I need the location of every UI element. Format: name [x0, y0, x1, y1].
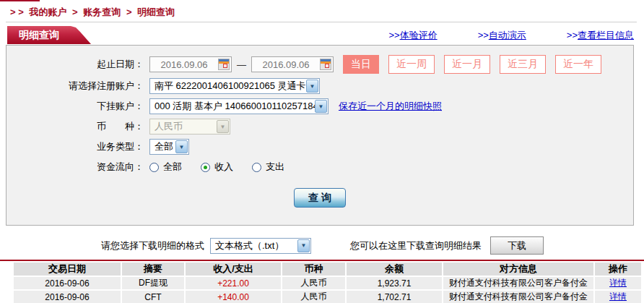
- download-hint: 您可以在这里下载查询明细结果: [350, 239, 482, 252]
- col-header-amount: 收入/支出: [186, 263, 281, 276]
- register-account-select[interactable]: 南平 6222001406100921065 灵通卡 ▼: [149, 78, 320, 94]
- cell-balance: 1,923.71: [347, 277, 442, 289]
- business-type-select[interactable]: 全部 ▼: [149, 139, 189, 155]
- radio-label: 支出: [266, 161, 284, 174]
- fund-flow-label: 资金流向：: [6, 161, 144, 174]
- radio-label: 全部: [163, 161, 182, 174]
- fund-flow-radio-all[interactable]: 全部: [149, 161, 182, 174]
- download-button[interactable]: 下载: [490, 236, 544, 255]
- fund-flow-radio-income[interactable]: 收入: [201, 161, 233, 174]
- radio-unchecked-icon[interactable]: [252, 163, 261, 172]
- header-links: >>体验评价 >>自动演示 >>查看栏目信息: [388, 29, 634, 42]
- col-header-date: 交易日期: [14, 263, 121, 276]
- query-button-row: 查 询: [6, 188, 633, 208]
- start-date-input[interactable]: 2016.09.06: [149, 56, 232, 72]
- quick-range-3months-button[interactable]: 近三月: [500, 55, 546, 74]
- business-type-value: 全部: [150, 140, 175, 153]
- breadcrumb-divider: [6, 22, 637, 22]
- col-header-summary: 摘要: [122, 263, 184, 276]
- link-auto-demo[interactable]: >>自动演示: [478, 29, 526, 42]
- chevron-down-icon: ▼: [217, 120, 229, 133]
- cell-currency: 人民币: [282, 291, 345, 303]
- currency-select: 人民币 ▼: [149, 119, 230, 135]
- date-range-separator: —: [237, 59, 246, 70]
- link-view-column-info[interactable]: >>查看栏目信息: [567, 29, 634, 42]
- breadcrumb-prefix: > >: [10, 7, 24, 17]
- currency-row: 币 种： 人民币 ▼: [6, 119, 633, 135]
- radio-label: 收入: [214, 161, 233, 174]
- link-label: 查看栏目信息: [578, 30, 634, 40]
- breadcrumb-item-my-account[interactable]: 我的账户: [29, 7, 66, 17]
- currency-value: 人民币: [150, 120, 187, 133]
- end-date-value: 2016.09.06: [252, 59, 320, 70]
- breadcrumb-separator: >: [72, 7, 78, 17]
- chevron-down-icon: ▼: [297, 239, 310, 252]
- link-experience-rating[interactable]: >>体验评价: [388, 29, 437, 42]
- save-snapshot-link[interactable]: 保存近一个月的明细快照: [339, 100, 442, 113]
- download-format-label: 请您选择下载明细的格式: [101, 239, 204, 252]
- currency-label: 币 种：: [6, 120, 144, 133]
- sub-account-select[interactable]: 000 活期 基本户 1406600101102571848 ▼: [149, 98, 328, 114]
- radio-checked-icon[interactable]: [201, 163, 210, 172]
- top-accent-bar: [0, 0, 40, 1]
- quick-range-week-button[interactable]: 近一周: [388, 55, 435, 74]
- cell-balance: 1,702.71: [347, 291, 442, 303]
- download-format-select[interactable]: 文本格式（.txt） ▼: [210, 238, 311, 254]
- quick-range-month-button[interactable]: 近一月: [444, 55, 490, 74]
- table-row: 2016-09-06 CFT +140.00 人民币 1,702.71 财付通支…: [14, 291, 641, 303]
- link-label: 体验评价: [400, 30, 438, 40]
- register-account-value: 南平 6222001406100921065 灵通卡: [150, 80, 306, 93]
- cell-date: 2016-09-06: [14, 277, 121, 289]
- business-type-row: 业务类型： 全部 ▼: [6, 139, 633, 155]
- cell-amount: +221.00: [186, 277, 281, 289]
- radio-unchecked-icon[interactable]: [149, 163, 159, 172]
- date-range-label: 起止日期：: [6, 58, 144, 71]
- detail-link[interactable]: 详情: [609, 278, 627, 288]
- link-prefix: >>: [567, 30, 578, 40]
- end-date-input[interactable]: 2016.09.06: [251, 56, 334, 72]
- quick-range-year-button[interactable]: 近一年: [555, 55, 601, 74]
- table-header-row: 交易日期 摘要 收入/支出 币种 余额 对方信息 操作: [14, 263, 641, 276]
- chevron-down-icon: ▼: [306, 80, 318, 93]
- fund-flow-radio-expense[interactable]: 支出: [252, 161, 284, 174]
- cell-date: 2016-09-06: [14, 291, 121, 303]
- link-label: 自动演示: [489, 30, 526, 40]
- col-header-balance: 余额: [347, 263, 442, 276]
- calendar-icon[interactable]: [320, 59, 331, 70]
- download-row: 请您选择下载明细的格式 文本格式（.txt） ▼ 您可以在这里下载查询明细结果 …: [0, 236, 644, 255]
- breadcrumb-item-account-query[interactable]: 账务查询: [83, 7, 121, 17]
- sub-account-value: 000 活期 基本户 1406600101102571848: [150, 100, 315, 113]
- cell-summary: DF提现: [122, 277, 184, 289]
- date-range-row: 起止日期： 2016.09.06 — 2016.09.06 当日 近一周 近一月…: [6, 55, 633, 74]
- quick-range-today-button[interactable]: 当日: [343, 55, 379, 74]
- breadcrumb-item-detail-query[interactable]: 明细查询: [137, 7, 175, 17]
- link-prefix: >>: [478, 30, 489, 40]
- register-account-row: 请选择注册账户： 南平 6222001406100921065 灵通卡 ▼: [6, 78, 633, 94]
- link-prefix: >>: [388, 30, 399, 40]
- cell-currency: 人民币: [282, 277, 345, 289]
- cell-amount: +140.00: [186, 291, 281, 303]
- table-row: 2016-09-06 DF提现 +221.00 人民币 1,923.71 财付通…: [14, 277, 641, 289]
- breadcrumb-separator: >: [126, 7, 132, 17]
- col-header-counterparty: 对方信息: [443, 263, 593, 276]
- start-date-value: 2016.09.06: [150, 59, 218, 70]
- fund-flow-row: 资金流向： 全部 收入 支出: [6, 159, 633, 175]
- col-header-action: 操作: [595, 263, 641, 276]
- detail-link[interactable]: 详情: [609, 291, 627, 302]
- transaction-table: 交易日期 摘要 收入/支出 币种 余额 对方信息 操作 2016-09-06 D…: [12, 261, 643, 303]
- cell-counterparty: 财付通支付科技有限公司客户备付金: [443, 277, 593, 289]
- breadcrumb: > > 我的账户 > 账务查询 > 明细查询: [0, 0, 644, 19]
- col-header-currency: 币种: [282, 263, 345, 276]
- download-format-value: 文本格式（.txt）: [211, 239, 288, 252]
- query-button[interactable]: 查 询: [294, 188, 346, 208]
- sub-account-row: 下挂账户： 000 活期 基本户 1406600101102571848 ▼ 保…: [6, 98, 633, 114]
- calendar-icon[interactable]: [218, 59, 230, 70]
- tab-detail-query[interactable]: 明细查询: [7, 26, 91, 44]
- cell-counterparty: 财付通支付科技有限公司客户备付金: [443, 291, 593, 303]
- register-account-label: 请选择注册账户：: [6, 80, 144, 93]
- tab-row: 明细查询 >>体验评价 >>自动演示 >>查看栏目信息: [7, 25, 634, 44]
- sub-account-label: 下挂账户：: [6, 100, 144, 113]
- query-form-panel: 起止日期： 2016.09.06 — 2016.09.06 当日 近一周 近一月…: [6, 45, 634, 226]
- chevron-down-icon: ▼: [175, 140, 188, 153]
- chevron-down-icon: ▼: [315, 100, 327, 113]
